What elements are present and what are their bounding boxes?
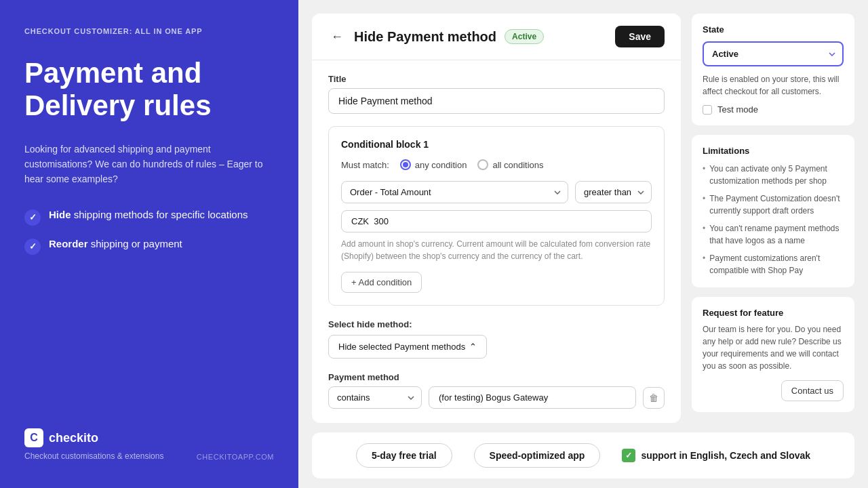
logo: C checkito	[24, 428, 274, 447]
back-button[interactable]: ←	[328, 27, 346, 47]
limitation-item-3: You can't rename payment methods that ha…	[703, 222, 844, 247]
limitation-item-2: The Payment Customization doesn't curren…	[703, 192, 844, 217]
delete-payment-method-button[interactable]: 🗑	[643, 387, 665, 409]
condition-operator-select[interactable]: greater than less than equal to	[575, 181, 652, 203]
payment-method-row: contains does not contain 🗑	[328, 386, 665, 409]
must-match-row: Must match: any condition all conditions	[341, 159, 652, 170]
state-card: State Active Inactive Rule is enabled on…	[692, 14, 854, 125]
test-mode-row: Test mode	[703, 104, 844, 115]
sidebar-description: Looking for advanced shipping and paymen…	[24, 142, 274, 187]
request-text: Our team is here for you. Do you need an…	[703, 323, 844, 372]
add-payment-label: + Add Payment method	[448, 422, 545, 423]
limitations-title: Limitations	[703, 146, 844, 156]
hide-method-section: Select hide method: Hide selected Paymen…	[328, 319, 665, 359]
limitation-item-1: You can activate only 5 Payment customiz…	[703, 163, 844, 187]
logo-letter: C	[30, 432, 38, 444]
hide-method-label: Select hide method:	[328, 319, 665, 329]
check-icon-2	[24, 239, 41, 255]
limitations-card: Limitations You can activate only 5 Paym…	[692, 135, 854, 287]
test-mode-label: Test mode	[717, 104, 758, 115]
hide-method-dropdown[interactable]: Hide selected Payment methods ⌃	[328, 335, 487, 359]
amount-hint: Add amount in shop's currency. Current a…	[341, 238, 652, 262]
add-payment-method-button[interactable]: + Add Payment method	[328, 415, 665, 423]
state-select[interactable]: Active Inactive	[703, 41, 844, 66]
support-label: support in English, Czech and Slovak	[641, 450, 810, 461]
logo-name: checkito	[49, 431, 98, 445]
form-body: Title Conditional block 1 Must match: an…	[312, 60, 681, 423]
request-title: Request for feature	[703, 308, 844, 318]
all-conditions-option[interactable]: all conditions	[477, 159, 543, 170]
title-field-group: Title	[328, 74, 665, 114]
title-label: Title	[328, 74, 665, 84]
payment-method-section: Payment method contains does not contain…	[328, 372, 665, 423]
sidebar-url: CHECKITOAPP.COM	[197, 453, 274, 461]
condition-row: Order - Total Amount greater than less t…	[341, 181, 652, 203]
form-title: Hide Payment method	[354, 29, 496, 45]
limitations-list: You can activate only 5 Payment customiz…	[703, 163, 844, 277]
feature-text-2: Reorder shipping or payment	[49, 238, 182, 249]
support-info: ✓ support in English, Czech and Slovak	[622, 449, 810, 462]
form-panel: ← Hide Payment method Active Save Title …	[312, 14, 681, 423]
payment-method-label: Payment method	[328, 372, 665, 382]
state-title: State	[703, 24, 844, 35]
any-condition-label: any condition	[415, 160, 467, 170]
contact-us-button[interactable]: Contact us	[781, 380, 844, 401]
condition-field-select[interactable]: Order - Total Amount	[341, 181, 568, 203]
save-button[interactable]: Save	[615, 26, 665, 47]
bottom-bar: 5-day free trial Speed-optimized app ✓ s…	[312, 432, 854, 479]
content-area: ← Hide Payment method Active Save Title …	[298, 0, 868, 423]
must-match-label: Must match:	[341, 160, 389, 170]
test-mode-checkbox[interactable]	[703, 105, 712, 115]
limitation-item-4: Payment customizations aren't compatible…	[703, 252, 844, 277]
feature-item-reorder: Reorder shipping or payment	[24, 238, 274, 255]
add-condition-label: + Add condition	[351, 277, 412, 287]
check-icon-1	[24, 209, 41, 226]
right-panel: State Active Inactive Rule is enabled on…	[692, 14, 854, 423]
amount-input-row	[341, 210, 652, 232]
add-condition-button[interactable]: + Add condition	[341, 272, 422, 293]
logo-icon: C	[24, 428, 43, 447]
sidebar-title: Payment and Delivery rules	[24, 57, 274, 123]
sidebar: CHECKOUT CUSTOMIZER: ALL IN ONE APP Paym…	[0, 0, 298, 488]
all-conditions-label: all conditions	[492, 160, 543, 170]
title-input[interactable]	[328, 88, 665, 114]
support-check-icon: ✓	[622, 449, 635, 462]
any-condition-radio[interactable]	[400, 159, 411, 170]
conditional-block-title: Conditional block 1	[341, 139, 652, 150]
hide-method-value: Hide selected Payment methods	[338, 342, 465, 352]
speed-pill: Speed-optimized app	[474, 443, 601, 468]
features-list: Hide shipping methods for specific locat…	[24, 209, 274, 255]
feature-text-1: Hide shipping methods for specific locat…	[49, 209, 248, 220]
app-name: CHECKOUT CUSTOMIZER: ALL IN ONE APP	[24, 27, 274, 35]
amount-input[interactable]	[341, 210, 652, 232]
state-hint: Rule is enabled on your store, this will…	[703, 73, 844, 98]
chevron-down-icon: ⌃	[469, 342, 477, 352]
contains-select[interactable]: contains does not contain	[328, 386, 422, 409]
conditional-block: Conditional block 1 Must match: any cond…	[328, 126, 665, 306]
request-card: Request for feature Our team is here for…	[692, 297, 854, 412]
feature-item-hide: Hide shipping methods for specific locat…	[24, 209, 274, 226]
payment-method-input[interactable]	[429, 386, 636, 409]
any-condition-option[interactable]: any condition	[400, 159, 467, 170]
form-header: ← Hide Payment method Active Save	[312, 14, 681, 60]
all-conditions-radio[interactable]	[477, 159, 488, 170]
free-trial-pill: 5-day free trial	[356, 443, 452, 468]
active-badge: Active	[505, 29, 544, 44]
main-content: ← Hide Payment method Active Save Title …	[298, 0, 868, 488]
